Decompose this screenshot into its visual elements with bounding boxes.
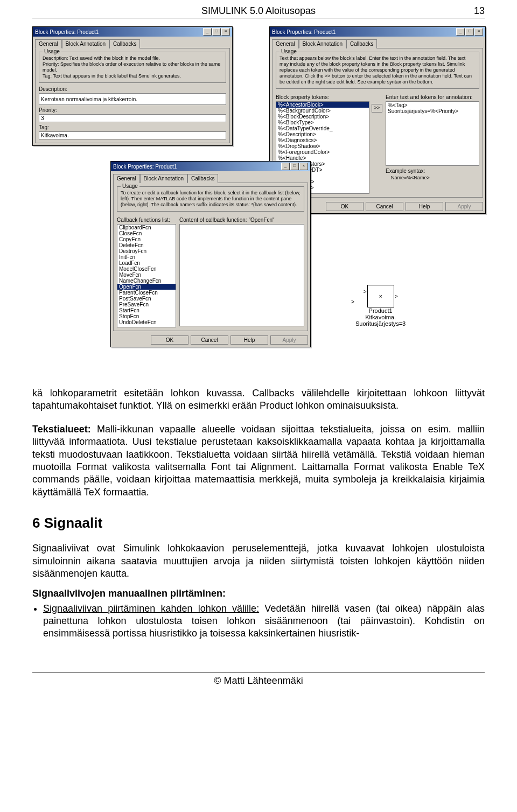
cancel-button[interactable]: Cancel [366,202,403,211]
product-block-icon: × [367,285,394,307]
tekstialueet-label: Tekstialueet: [32,424,91,435]
tab-callbacks[interactable]: Callbacks [187,174,218,183]
list-item[interactable]: %<ForegroundColor> [276,149,369,155]
window-title: Block Properties: Product1 [35,29,99,35]
tag-input[interactable] [39,131,226,139]
group-title-usage: Usage [280,48,298,54]
block-tag: Kitkavoima. [355,314,406,320]
header-title: SIMULINK 5.0 Aloitusopas [201,5,316,17]
annotation-label: Enter text and tokens for annotation: [386,94,479,100]
list-item[interactable]: CopyFcn [117,236,176,242]
window-general: Block Properties: Product1 _□× General B… [32,26,233,146]
list-item[interactable]: ParentCloseFcn [117,290,176,296]
section-6-heading: 6 Signaalit [32,515,485,531]
bullet-list: Signaaliviivan piirtäminen kahden lohkon… [32,603,485,640]
page-header: SIMULINK 5.0 Aloitusopas 13 [32,5,485,18]
list-item[interactable]: ModelCloseFcn [117,266,176,272]
transfer-button[interactable]: >> [372,104,382,113]
list-item[interactable]: PostSaveFcn [117,296,176,302]
callback-content-textarea[interactable] [179,224,304,326]
block-name: Product1 [355,307,406,314]
list-item[interactable]: StartFcn [117,307,176,313]
minimize-icon[interactable]: _ [281,163,290,170]
paragraph-3: Signaaliviivat ovat Simulink lohkokaavio… [32,542,485,580]
window-title: Block Properties: Product1 [113,164,177,170]
list-item[interactable]: %<AncestorBlock> [276,102,369,108]
list-item[interactable]: OpenFcn [117,284,176,290]
list-item[interactable]: DeleteFcn [117,242,176,248]
close-icon[interactable]: × [474,28,483,36]
callback-listbox[interactable]: ClipboardFcnCloseFcnCopyFcnDeleteFcnDest… [117,224,176,327]
page-footer: © Matti Lähteenmäki [32,673,485,687]
list-item[interactable]: NameChangeFcn [117,278,176,284]
minimize-icon[interactable]: _ [203,28,212,36]
tab-general[interactable]: General [35,39,62,48]
list-item[interactable]: DestroyFcn [117,248,176,254]
apply-button[interactable]: Apply [445,202,483,211]
ok-button[interactable]: OK [151,335,188,345]
tab-block-annotation[interactable]: Block Annotation [140,174,188,183]
list-item[interactable]: %<DropShadow> [276,143,369,149]
paragraph-2: Tekstialueet: Malli-ikkunan vapaalle alu… [32,423,485,499]
list-item[interactable]: %<BlockType> [276,120,369,125]
usage-text: Text that appears below the block's labe… [280,55,476,85]
list-item[interactable]: %<Description> [276,131,369,137]
tab-general[interactable]: General [113,174,140,183]
tab-callbacks[interactable]: Callbacks [346,39,377,48]
close-icon[interactable]: × [221,28,230,36]
minimize-icon[interactable]: _ [456,28,465,36]
list-item[interactable]: InitFcn [117,254,176,260]
list-item[interactable]: %<Handle> [276,155,369,161]
description-label: Description: [39,86,226,92]
paragraph-4-heading: Signaaliviivojen manuaalinen piirtäminen… [32,587,485,600]
priority-label: Priority: [39,107,226,113]
cancel-button[interactable]: Cancel [191,335,228,345]
titlebar[interactable]: Block Properties: Product1 _□× [270,27,485,37]
help-button[interactable]: Help [406,202,443,211]
titlebar[interactable]: Block Properties: Product1 _□× [33,27,232,37]
list-item[interactable]: %<Diagnostics> [276,137,369,143]
maximize-icon[interactable]: □ [465,28,474,36]
list-item[interactable]: MoveFcn [117,272,176,278]
block-priority: Suoritusjärjestys=3 [355,320,406,327]
list-item[interactable]: UndoDeleteFcn [117,319,176,325]
maximize-icon[interactable]: □ [212,28,221,36]
priority-input[interactable] [39,114,226,122]
list-item[interactable]: %<DataTypeOverride_ [276,125,369,131]
example-label: Example syntax: [386,168,479,174]
window-callbacks: Block Properties: Product1 _□× General B… [110,161,311,347]
list-item[interactable]: StopFcn [117,313,176,319]
tab-general[interactable]: General [272,39,299,48]
list-item[interactable]: CloseFcn [117,230,176,236]
callback-content-label: Content of callback function: "OpenFcn" [179,217,304,223]
tag-label: Tag: [39,124,226,130]
maximize-icon[interactable]: □ [290,163,299,170]
list-item[interactable]: %<BlockDescription> [276,114,369,120]
tab-block-annotation[interactable]: Block Annotation [62,39,110,48]
group-title-usage: Usage [43,48,61,54]
list-item[interactable]: ClipboardFcn [117,225,176,230]
paragraph-1: kä lohkoparametrit esitetään lohkon kuva… [32,387,485,412]
group-title-usage: Usage [121,183,139,189]
list-item[interactable]: PreSaveFcn [117,302,176,307]
example-value: Name=%<Name> [386,175,479,181]
tokens-label: Block property tokens: [276,94,369,100]
list-item[interactable]: LoadFcn [117,260,176,266]
tab-callbacks[interactable]: Callbacks [109,39,140,48]
help-button[interactable]: Help [230,335,268,345]
ok-button[interactable]: OK [326,202,364,211]
usage-text: Description: Text saved with the block i… [43,55,222,79]
tab-block-annotation[interactable]: Block Annotation [299,39,347,48]
list-item: Signaaliviivan piirtäminen kahden lohkon… [43,603,485,640]
annotation-textarea[interactable]: %<Tag> Suoritusjärjestys=%<Priority> [386,101,479,166]
list-item[interactable]: %<BackgroundColor> [276,108,369,114]
usage-text: To create or edit a callback function fo… [121,190,301,208]
description-input[interactable] [39,93,226,105]
block-diagram: × > Product1 Kitkavoima. Suoritusjärjest… [355,285,406,327]
close-icon[interactable]: × [299,163,308,170]
page-number: 13 [474,5,485,17]
figures-area: Block Properties: Product1 _□× General B… [32,26,485,376]
titlebar[interactable]: Block Properties: Product1 _□× [111,162,310,171]
apply-button[interactable]: Apply [270,335,308,345]
window-title: Block Properties: Product1 [272,29,336,35]
